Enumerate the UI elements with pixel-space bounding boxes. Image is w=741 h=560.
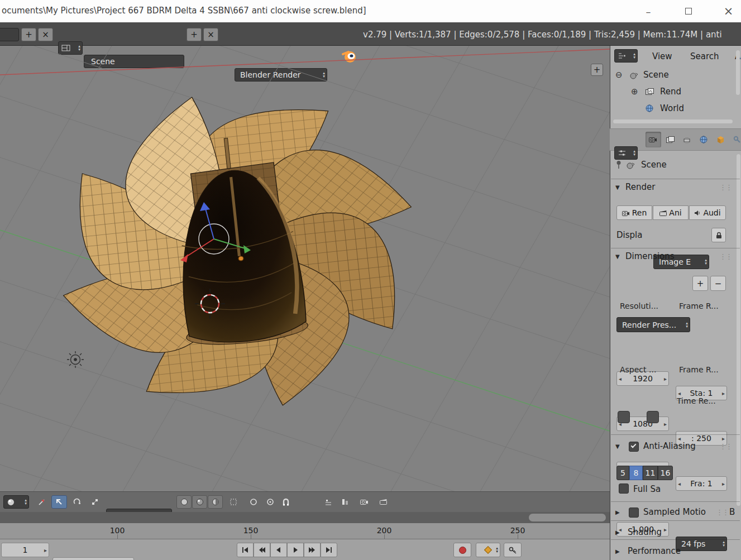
manipulator-rotate-button[interactable] (69, 495, 85, 509)
render-preset-select[interactable]: Render Pres... ▴▾ (616, 317, 690, 332)
aa-samples-5-button[interactable]: 5 (616, 466, 629, 480)
frame-end-field[interactable]: ◂ End: 250 ▸ (52, 557, 134, 560)
manipulator-translate-button[interactable] (51, 495, 67, 509)
collapse-arrow-icon[interactable]: ▼ (615, 443, 620, 449)
outliner-item-world[interactable]: World (660, 103, 685, 113)
remove-preset-button[interactable]: − (710, 276, 726, 291)
collapse-arrow-icon[interactable]: ▶ (615, 509, 620, 515)
properties-editor-select[interactable]: ▴▾ (614, 146, 638, 160)
outliner-item-scene[interactable]: Scene (643, 70, 669, 80)
opengl-animation-button[interactable] (375, 495, 392, 509)
delete-layout-button[interactable]: × (38, 28, 53, 41)
timeline-scrollbar-handle[interactable] (529, 514, 606, 521)
tab-render-layers[interactable] (662, 132, 678, 147)
play-button[interactable] (287, 543, 304, 557)
add-scene-button[interactable]: + (187, 28, 202, 41)
outliner-view-menu[interactable]: View (652, 51, 672, 61)
matcap-sphere-button[interactable] (208, 495, 223, 509)
timeline-scrollbar-track[interactable] (0, 512, 610, 523)
expand-toggle-icon[interactable]: ⊖ (615, 70, 623, 80)
shading-sphere-button[interactable] (192, 495, 207, 509)
collapse-arrow-icon[interactable]: ▼ (615, 253, 620, 260)
delete-scene-button[interactable]: × (203, 28, 218, 41)
aa-samples-8-button[interactable]: 8 (629, 466, 643, 480)
full-sample-checkbox[interactable] (619, 484, 629, 494)
x-axis-line (0, 49, 610, 75)
fps-select[interactable]: 24 fps▴▾ (676, 537, 727, 551)
keying-set-button[interactable]: ▴▾ (476, 543, 500, 557)
opengl-render-button[interactable] (356, 495, 373, 509)
tab-object[interactable] (713, 132, 728, 147)
minimize-button[interactable]: – (635, 0, 661, 22)
manipulator-toggle-button[interactable] (34, 495, 49, 509)
outliner-search-menu[interactable]: Search (690, 51, 719, 61)
outliner-vscrollbar[interactable] (736, 50, 740, 95)
frame-start-field[interactable]: 1 ▸ (1, 543, 49, 557)
render-camera-icon (360, 499, 369, 505)
close-button[interactable]: × (716, 0, 741, 22)
panel-grip-icon[interactable]: ⋮⋮ (719, 252, 732, 261)
pin-icon[interactable] (615, 160, 622, 169)
panel-grip-icon[interactable]: ⋮⋮ (716, 508, 728, 516)
sampled-motion-checkbox[interactable] (629, 508, 639, 518)
manipulator-scale-button[interactable] (87, 495, 103, 509)
timeline-ruler[interactable]: 100 150 200 250 (0, 523, 610, 539)
snap-align-button[interactable] (337, 495, 352, 509)
propeller-mesh[interactable] (39, 71, 435, 431)
pivot-sphere-button[interactable] (176, 495, 192, 509)
antialiasing-checkbox[interactable] (629, 442, 639, 452)
snap-target-button[interactable] (321, 495, 336, 509)
shading-panel-title[interactable]: Shading (628, 527, 662, 537)
performance-panel-title[interactable]: Performance (628, 546, 681, 556)
tab-render[interactable] (646, 132, 661, 147)
collapse-arrow-icon[interactable]: ▶ (615, 529, 620, 535)
tab-modifiers[interactable] (729, 132, 741, 147)
region-expand-button[interactable]: + (591, 64, 603, 76)
outliner-editor-select[interactable]: ▴▾ (614, 49, 638, 63)
frame-step-field[interactable]: ◂Fra: 1▸ (676, 476, 727, 491)
render-animation-button[interactable]: Ani (653, 205, 689, 220)
antialiasing-panel-title[interactable]: Anti-Aliasing (643, 441, 696, 451)
aa-samples-16-button[interactable]: 16 (658, 466, 673, 480)
record-button[interactable] (453, 543, 471, 557)
scene-icon (683, 136, 691, 143)
outliner-hscrollbar[interactable] (613, 119, 733, 123)
fps-value: 24 fps (681, 539, 705, 548)
sampled-motion-panel-title[interactable]: Sampled Motio (643, 507, 706, 517)
pivot-center-button[interactable] (246, 495, 261, 509)
dimensions-panel-title[interactable]: Dimensions (625, 251, 675, 261)
maximize-button[interactable] (676, 0, 701, 22)
next-keyframe-button[interactable] (304, 543, 321, 557)
proportional-edit-button[interactable] (226, 495, 241, 509)
border-checkbox[interactable] (618, 411, 630, 423)
expand-toggle-icon[interactable]: ⊕ (631, 87, 638, 97)
play-reverse-button[interactable] (270, 543, 287, 557)
prev-keyframe-button[interactable] (254, 543, 270, 557)
lock-interface-button[interactable] (711, 228, 726, 242)
tab-scene[interactable] (679, 132, 695, 147)
crop-checkbox[interactable] (647, 411, 659, 423)
add-layout-button[interactable]: + (21, 28, 36, 41)
outliner-item-renderlayers[interactable]: Rend (660, 87, 681, 97)
jump-to-end-button[interactable] (321, 543, 337, 557)
panel-grip-icon[interactable]: ⋮⋮ (719, 442, 732, 451)
aa-samples-11-button[interactable]: 11 (643, 466, 658, 480)
pivot-point-button[interactable] (262, 495, 278, 509)
tab-world[interactable] (696, 132, 711, 147)
jump-to-start-button[interactable] (237, 543, 254, 557)
snap-toggle-button[interactable] (279, 495, 293, 509)
render-audio-button[interactable]: Audi (689, 205, 726, 220)
lamp-object[interactable] (67, 351, 84, 368)
mode-selector[interactable]: ▴▾ (3, 495, 29, 509)
collapse-arrow-icon[interactable]: ▶ (615, 548, 620, 554)
add-preset-button[interactable]: + (692, 276, 708, 291)
panel-grip-icon[interactable]: ⋮⋮ (719, 183, 732, 192)
render-panel-title[interactable]: Render (625, 182, 655, 192)
screen-layout-field[interactable] (0, 28, 19, 41)
viewport-canvas[interactable] (0, 46, 610, 491)
ruler-tick-label: 100 (101, 526, 134, 535)
insert-keyframe-button[interactable] (504, 543, 522, 557)
render-image-button[interactable]: Ren (616, 205, 652, 220)
properties-vscrollbar[interactable] (737, 154, 740, 506)
collapse-arrow-icon[interactable]: ▼ (615, 184, 620, 190)
